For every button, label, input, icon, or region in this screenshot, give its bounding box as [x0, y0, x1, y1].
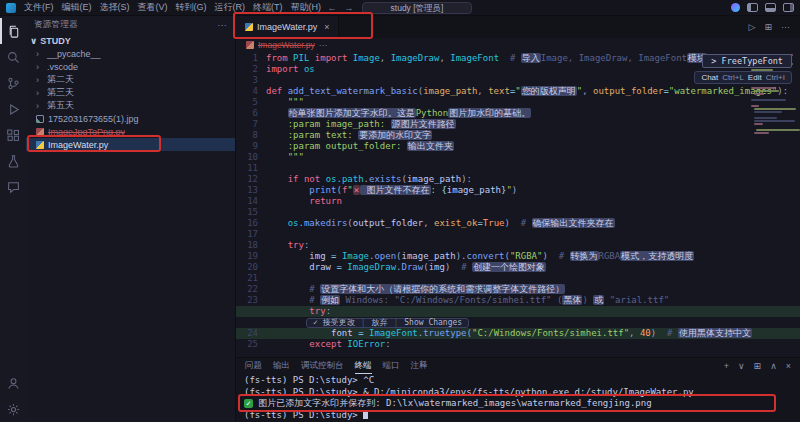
run-button-icon[interactable]: ▷: [749, 22, 756, 32]
panel-tab-端口[interactable]: 端口: [383, 358, 400, 374]
menu-item-3[interactable]: 查看(V): [134, 1, 172, 14]
back-icon[interactable]: ←: [328, 3, 337, 13]
accept-changes-button[interactable]: ✓ 接受更改: [313, 318, 355, 328]
code-token: 导入: [521, 53, 541, 63]
line-number: 6: [236, 108, 266, 119]
python-file-icon: [36, 128, 44, 136]
code-line-13: 13 print(f"× 图片文件不存在: {image_path}"): [236, 185, 800, 196]
code-text: # 例如 Windows: "C:/Windows/Fonts/simhei.t…: [266, 295, 669, 306]
code-token: =: [326, 251, 342, 261]
line-number: 15: [236, 207, 266, 218]
panel-tab-调试控制台[interactable]: 调试控制台: [301, 358, 344, 374]
panel-tab-问题[interactable]: 问题: [245, 358, 262, 374]
tree-item-imagejpgtopng-py[interactable]: ImageJpgToPng.py: [26, 125, 235, 138]
terminal-dropdown-icon[interactable]: ∨: [738, 361, 745, 371]
inline-chat-hint[interactable]: Chat Ctrl+L Edit Ctrl+I: [694, 71, 792, 84]
code-token: 或: [593, 295, 604, 305]
chevron-right-icon: ›: [36, 101, 43, 111]
new-terminal-icon[interactable]: +: [724, 361, 729, 371]
code-line-19: 19 img = Image.open(image_path).convert(…: [236, 251, 800, 262]
maximize-panel-icon[interactable]: ∧: [770, 361, 777, 371]
source-control-icon[interactable]: [0, 70, 26, 96]
panel-tab-终端[interactable]: 终端: [355, 358, 372, 374]
tree-item--[interactable]: ›第二天: [26, 73, 235, 86]
code-token: #: [499, 53, 521, 63]
code-token: [266, 240, 288, 250]
code-line-7: 7 :param image_path: 源图片文件路径: [236, 119, 800, 130]
ai-extension-icon[interactable]: [731, 3, 740, 12]
menu-item-4[interactable]: 转到(G): [172, 1, 211, 14]
split-terminal-icon[interactable]: ⊞: [754, 361, 762, 371]
account-icon[interactable]: [0, 370, 26, 396]
code-token: 40: [640, 328, 651, 338]
code-token: ): [582, 295, 593, 305]
toggle-secondary-sidebar-icon[interactable]: [783, 3, 794, 12]
discard-changes-button[interactable]: 放弃: [371, 318, 387, 328]
code-token: """: [266, 152, 304, 162]
code-token: 图片加水印的基础。: [448, 108, 531, 118]
code-token: 输出文件夹: [407, 141, 454, 151]
close-panel-icon[interactable]: ×: [786, 361, 791, 371]
menu-item-2[interactable]: 选择(S): [96, 1, 134, 14]
outline-widget[interactable]: > FreeTypeFont: [702, 54, 792, 68]
settings-icon[interactable]: [0, 396, 26, 422]
breadcrumb-more[interactable]: ···: [319, 40, 328, 50]
line-number: 19: [236, 251, 266, 262]
code-token: Image: [342, 251, 369, 261]
more-actions-icon[interactable]: ···: [781, 22, 790, 32]
show-changes-button[interactable]: Show Changes: [404, 318, 462, 328]
panel-tab-bar: 问题输出调试控制台终端端口注释+∨⊞∧×: [236, 358, 800, 374]
tab-imagewater-py[interactable]: ImageWater.py ×: [236, 16, 339, 38]
code-token: [266, 108, 288, 118]
code-token: "RGBA": [510, 251, 543, 261]
search-icon[interactable]: [0, 44, 26, 70]
chat-icon[interactable]: [0, 174, 26, 200]
line-number: 21: [236, 273, 266, 284]
tree-item-imagewater-py[interactable]: ImageWater.py: [26, 138, 235, 151]
code-token: #: [548, 251, 570, 261]
tree-item-label: ImageJpgToPng.py: [48, 127, 125, 137]
code-token: image_path: [402, 251, 456, 261]
forward-icon[interactable]: →: [345, 3, 354, 13]
code-editor[interactable]: 1from PIL import Image, ImageDraw, Image…: [236, 51, 800, 357]
terminal-output[interactable]: (fs-tts) PS D:\study> ^C(fs-tts) PS D:\s…: [236, 374, 800, 422]
line-number: 1: [236, 53, 266, 64]
testing-icon[interactable]: [0, 148, 26, 174]
toggle-sidebar-icon[interactable]: [747, 3, 758, 12]
code-token: [266, 251, 309, 261]
code-token: 源图片文件路径: [391, 119, 456, 129]
tree-root-study[interactable]: ∨ STUDY: [26, 34, 235, 47]
panel-tab-输出[interactable]: 输出: [273, 358, 290, 374]
line-number: 18: [236, 240, 266, 251]
split-editor-icon[interactable]: ⊞: [764, 22, 772, 32]
tree-item--[interactable]: ›第五天: [26, 99, 235, 112]
menu-item-5[interactable]: 运行(R): [211, 1, 250, 14]
toggle-panel-icon[interactable]: [765, 3, 776, 12]
code-token: not: [299, 174, 321, 184]
window-title[interactable]: study [管理员]: [362, 2, 473, 14]
tree-item--pycache-[interactable]: ›__pycache__: [26, 47, 235, 60]
panel-tab-注释[interactable]: 注释: [411, 358, 428, 374]
sidebar-more-actions-icon[interactable]: ···: [218, 20, 227, 30]
code-token: import: [309, 53, 352, 63]
close-tab-icon[interactable]: ×: [324, 22, 329, 32]
explorer-icon[interactable]: [0, 18, 26, 44]
code-token: [266, 174, 288, 184]
tree-item-1752031673655-1-jpg[interactable]: 1752031673655(1).jpg: [26, 112, 235, 125]
terminal-line-1: (fs-tts) PS D:\study> ^C: [244, 375, 800, 387]
breadcrumb-file[interactable]: ImageWater.py: [258, 40, 315, 50]
code-text: def add_text_watermark_basic(image_path,…: [266, 86, 788, 97]
code-token: [266, 339, 309, 349]
breadcrumb[interactable]: ImageWater.py ···: [236, 38, 800, 51]
menu-item-7[interactable]: 帮助(H): [287, 1, 326, 14]
code-line-10: 10 """: [236, 152, 800, 163]
menu-item-0[interactable]: 文件(F): [20, 1, 58, 14]
menu-item-6[interactable]: 终端(T): [249, 1, 287, 14]
run-debug-icon[interactable]: [0, 96, 26, 122]
extensions-icon[interactable]: [0, 122, 26, 148]
tree-item--[interactable]: ›第三天: [26, 86, 235, 99]
activity-bar: [0, 16, 26, 422]
terminal-line-3: ✓ 图片已添加文字水印并保存到: D:\lx\watermarked_image…: [244, 398, 800, 410]
tree-item--vscode[interactable]: ›.vscode: [26, 60, 235, 73]
menu-item-1[interactable]: 编辑(E): [58, 1, 96, 14]
